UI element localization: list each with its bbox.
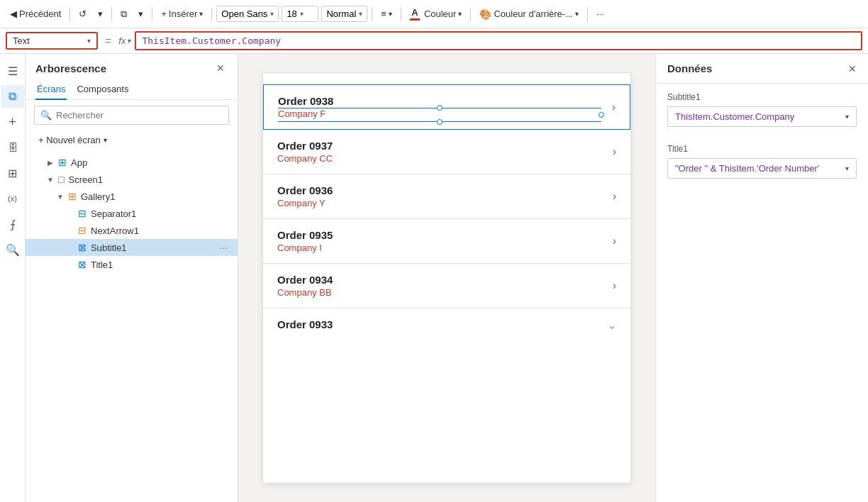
separator-1 [69, 7, 70, 21]
tree-label-screen1: Screen1 [68, 174, 228, 185]
sidebar-icon-hamburger[interactable]: ☰ [1, 60, 24, 82]
subtitle-dropdown[interactable]: ThisItem.Customer.Company ▾ [667, 106, 857, 127]
tree-item-gallery1[interactable]: ▼ ⊞ Gallery1 [26, 188, 238, 205]
separator-6 [401, 7, 401, 21]
gallery-list: Order 0938 Company F › [263, 73, 630, 353]
separator-4 [211, 7, 212, 21]
sidebar-icon-layers[interactable]: ⧉ [1, 85, 24, 108]
tree-label-separator1: Separator1 [91, 208, 228, 219]
fx-indicator: fx ▾ [118, 35, 130, 46]
title1-dropdown[interactable]: "Order " & ThisItem.'Order Number' ▾ [667, 158, 857, 179]
expand-icon-title1 [65, 260, 75, 269]
copy-dropdown[interactable]: ▾ [134, 6, 148, 22]
align-arrow-icon: ▾ [389, 10, 392, 18]
subtitle1-more-button[interactable]: ··· [219, 242, 228, 253]
fontsize-arrow-icon: ▾ [300, 10, 304, 18]
search-icon: 🔍 [40, 110, 52, 121]
new-screen-button[interactable]: + Nouvel écran ▾ [34, 132, 229, 148]
sidebar-icon-variables[interactable]: (x) [1, 187, 24, 210]
formula-input[interactable]: ThisItem.Customer.Company [135, 31, 862, 50]
gallery-item-4[interactable]: Order 0935 Company I › [263, 219, 630, 264]
more-button[interactable]: ··· [592, 6, 608, 22]
title-icon: ⊠ [78, 259, 87, 270]
gallery-item-4-subtitle: Company I [277, 242, 613, 253]
subtitle-icon: ⊠ [78, 242, 87, 253]
tree-close-button[interactable]: ✕ [213, 61, 228, 75]
gallery-item-5[interactable]: Order 0934 Company BB › [263, 264, 630, 308]
gallery-item-4-title: Order 0935 [277, 229, 613, 241]
style-arrow-icon: ▾ [359, 10, 362, 18]
back-button[interactable]: ◀ Précédent [6, 6, 65, 22]
gallery-item-6[interactable]: Order 0933 ⌄ [263, 308, 630, 342]
gallery-item-5-arrow-icon: › [613, 279, 616, 292]
expand-icon-app: ▶ [45, 157, 55, 167]
align-button[interactable]: ≡ ▾ [377, 6, 396, 22]
gallery-item-2-title: Order 0937 [277, 140, 613, 152]
tab-screens[interactable]: Écrans [35, 79, 67, 100]
insert-arrow-icon: ▾ [199, 10, 203, 18]
tree-search[interactable]: 🔍 [34, 106, 229, 125]
property-dropdown[interactable]: Text ▾ [6, 32, 98, 50]
canvas-bg: Order 0938 Company F › [262, 72, 631, 484]
undo-dropdown[interactable]: ▾ [94, 6, 107, 22]
tab-components[interactable]: Composants [75, 79, 130, 100]
gallery-item-3-subtitle: Company Y [277, 198, 613, 208]
color-button[interactable]: A Couleur ▾ [406, 4, 467, 23]
subtitle-section-label: Subtitle1 [667, 92, 857, 102]
tree-label-app: App [71, 157, 228, 168]
gallery-item-1[interactable]: Order 0938 Company F › [263, 84, 630, 130]
tree-item-app[interactable]: ▶ ⊞ App [26, 154, 238, 171]
style-dropdown[interactable]: Normal ▾ [321, 6, 367, 22]
title1-arrow-icon: ▾ [845, 164, 849, 172]
tree-items: ▶ ⊞ App ▼ □ Screen1 ▼ ⊞ Gallery1 ⊟ Separ… [26, 154, 238, 502]
tree-item-subtitle1[interactable]: ⊠ Subtitle1 ··· [26, 239, 238, 256]
undo-button[interactable]: ↺ [74, 6, 91, 22]
gallery-item-1-arrow-icon: › [612, 101, 616, 113]
title-section-label: Title1 [667, 144, 857, 154]
search-input[interactable] [56, 110, 223, 121]
sidebar-icon-search[interactable]: 🔍 [1, 238, 24, 261]
gallery-item-2[interactable]: Order 0937 Company CC › [263, 130, 630, 174]
tree-item-screen1[interactable]: ▼ □ Screen1 [26, 171, 238, 188]
sidebar-icon-database[interactable]: 🗄 [1, 136, 24, 159]
sidebar-icon-add[interactable]: + [1, 111, 24, 133]
gallery-item-3-arrow-icon: › [613, 190, 616, 203]
font-arrow-icon: ▾ [270, 10, 274, 18]
gallery-item-3[interactable]: Order 0936 Company Y › [263, 174, 630, 219]
nextarrow-icon: ⊟ [78, 225, 87, 236]
gallery-item-4-arrow-icon: › [613, 235, 616, 247]
tree-item-nextarrow1[interactable]: ⊟ NextArrow1 [26, 222, 238, 239]
data-panel-title: Données [667, 62, 712, 74]
color-arrow-icon: ▾ [458, 10, 462, 18]
sidebar-icon-gallery[interactable]: ⊞ [1, 162, 24, 184]
tree-label-gallery1: Gallery1 [81, 191, 228, 202]
bg-color-button[interactable]: 🎨 Couleur d'arrière-... ▾ [475, 6, 583, 23]
data-panel: Données ✕ Subtitle1 ThisItem.Customer.Co… [655, 54, 868, 502]
gallery-item-3-content: Order 0936 Company Y [277, 184, 613, 208]
gallery-item-2-arrow-icon: › [613, 145, 616, 158]
separator-3 [152, 7, 152, 21]
gallery-item-2-subtitle: Company CC [277, 153, 613, 164]
gallery-item-5-content: Order 0934 Company BB [277, 274, 613, 298]
app-icon: ⊞ [58, 157, 67, 168]
tree-item-separator1[interactable]: ⊟ Separator1 [26, 205, 238, 222]
gallery-item-5-subtitle: Company BB [277, 287, 613, 298]
gallery-item-3-title: Order 0936 [277, 184, 613, 196]
data-subtitle-section: Subtitle1 ThisItem.Customer.Company ▾ [656, 84, 868, 135]
gallery-item-6-title: Order 0933 [277, 318, 607, 330]
expand-icon-gallery1: ▼ [55, 191, 65, 201]
gallery-item-6-content: Order 0933 [277, 318, 607, 332]
sidebar-icons: ☰ ⧉ + 🗄 ⊞ (x) ⨍ 🔍 [0, 54, 26, 502]
font-dropdown[interactable]: Open Sans ▾ [216, 6, 279, 22]
subtitle-value: ThisItem.Customer.Company [675, 111, 794, 122]
tree-item-title1[interactable]: ⊠ Title1 [26, 256, 238, 273]
font-size-dropdown[interactable]: 18 ▾ [282, 6, 318, 22]
sidebar-icon-formula[interactable]: ⨍ [1, 213, 24, 235]
data-close-button[interactable]: ✕ [848, 63, 857, 74]
new-screen-arrow-icon: ▾ [104, 136, 107, 144]
fx-arrow-icon: ▾ [127, 37, 130, 45]
tree-tabs: Écrans Composants [26, 79, 238, 100]
copy-button[interactable]: ⧉ [116, 6, 131, 23]
insert-button[interactable]: + Insérer ▾ [157, 6, 207, 22]
title1-value: "Order " & ThisItem.'Order Number' [675, 163, 819, 174]
